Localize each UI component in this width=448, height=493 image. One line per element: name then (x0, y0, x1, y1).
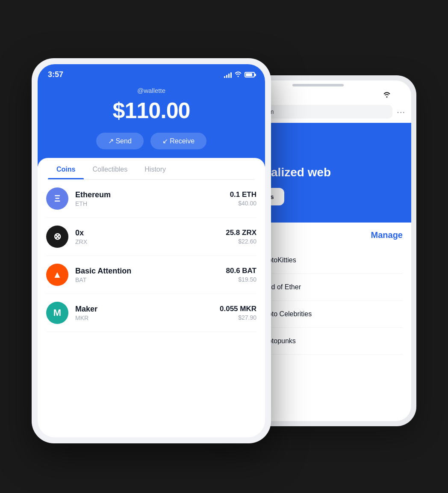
coin-amount-value: 80.6 BAT (226, 267, 257, 275)
coin-icon-eth: Ξ (46, 187, 68, 210)
coin-amount-usd: $19.50 (226, 276, 257, 283)
browser-menu-dots[interactable]: ··· (397, 107, 405, 117)
wifi-icon (234, 71, 242, 78)
coin-symbol: ZRX (75, 238, 226, 245)
signal-icon (224, 72, 232, 78)
coin-amount-mkr: 0.055 MKR $27.90 (220, 305, 256, 321)
coin-name: 0x (75, 229, 226, 238)
status-icons (224, 71, 255, 78)
coin-amount-bat: 80.6 BAT $19.50 (226, 267, 257, 283)
battery-icon (393, 92, 404, 98)
coin-amount-zrx: 25.8 ZRX $22.60 (226, 229, 256, 245)
coin-name: Basic Attention (75, 267, 226, 276)
wallet-username: @wallette (48, 87, 255, 94)
coins-list: Ξ Ethereum ETH 0.1 ETH $40.00 ⊗ 0x ZRX 2… (38, 180, 265, 332)
coin-info-bat: Basic Attention BAT (75, 267, 226, 283)
coin-item-eth[interactable]: Ξ Ethereum ETH 0.1 ETH $40.00 (46, 180, 256, 218)
notch (292, 84, 344, 86)
coin-amount-value: 0.055 MKR (220, 305, 256, 313)
coin-amount-eth: 0.1 ETH $40.00 (230, 190, 256, 207)
tabs-row: CoinsCollectiblesHistory (48, 158, 255, 180)
coin-item-bat[interactable]: ▲ Basic Attention BAT 80.6 BAT $19.50 (46, 256, 256, 294)
status-bar: 3:57 (48, 70, 255, 79)
coin-amount-usd: $27.90 (220, 314, 256, 321)
status-time: 3:57 (48, 70, 63, 79)
coin-icon-mkr: M (46, 302, 68, 324)
scene: coinbase.com ··· ecentralized web er DAp… (32, 33, 416, 460)
coin-info-mkr: Maker MKR (75, 305, 220, 321)
coin-symbol: MKR (75, 315, 220, 321)
tab-collectibles[interactable]: Collectibles (84, 158, 136, 179)
coin-amount-value: 25.8 ZRX (226, 229, 256, 237)
coin-amount-usd: $22.60 (226, 238, 256, 245)
coin-amount-usd: $40.00 (230, 200, 256, 207)
coin-icon-bat: ▲ (46, 264, 68, 286)
coin-amount-value: 0.1 ETH (230, 190, 256, 199)
signal-icon (373, 92, 380, 98)
phone-header: 3:57 (38, 64, 265, 166)
coin-item-zrx[interactable]: ⊗ 0x ZRX 25.8 ZRX $22.60 (46, 218, 256, 256)
send-button[interactable]: ↗ Send (96, 133, 144, 149)
receive-button[interactable]: ↙ Receive (150, 133, 206, 149)
coin-info-eth: Ethereum ETH (75, 190, 230, 207)
battery-icon (245, 72, 255, 77)
front-phone: 3:57 (32, 58, 271, 443)
wallet-balance: $110.00 (48, 98, 255, 123)
wallet-actions: ↗ Send ↙ Receive (48, 133, 255, 149)
coin-info-zrx: 0x ZRX (75, 229, 226, 245)
coin-name: Maker (75, 305, 220, 314)
coin-icon-zrx: ⊗ (46, 226, 68, 248)
coin-item-mkr[interactable]: M Maker MKR 0.055 MKR $27.90 (46, 294, 256, 332)
tabs-container: CoinsCollectiblesHistory (38, 158, 265, 180)
coin-symbol: ETH (75, 200, 230, 207)
coin-name: Ethereum (75, 190, 230, 199)
tab-history[interactable]: History (136, 158, 174, 179)
coin-symbol: BAT (75, 276, 226, 283)
wifi-icon (383, 92, 391, 99)
tab-coins[interactable]: Coins (48, 158, 84, 179)
